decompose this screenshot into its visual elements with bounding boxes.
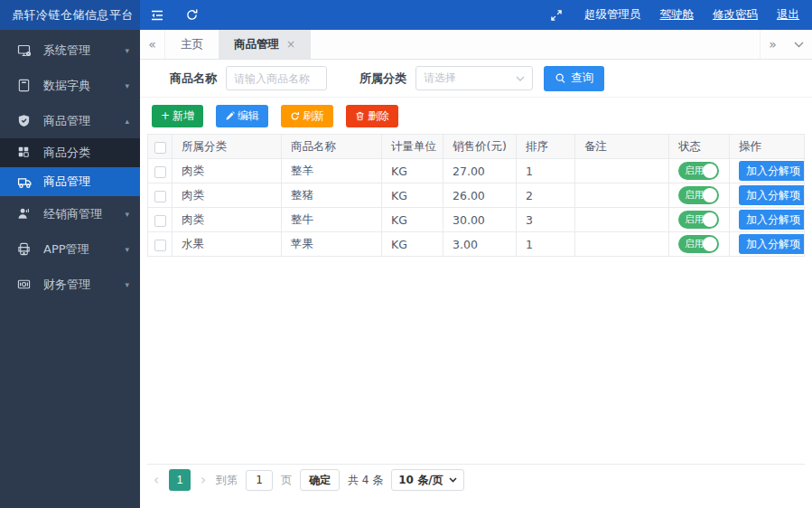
total-count-label: 共 4 条: [348, 473, 383, 488]
cell-price: 3.00: [443, 232, 517, 257]
user-chart-icon: [17, 207, 32, 221]
table-row: 肉类 整羊 KG 27.00 1 启用 加入分解项: [148, 159, 805, 183]
sidebar-subitem-product-category[interactable]: 商品分类: [0, 138, 140, 167]
status-toggle[interactable]: 启用: [678, 235, 719, 253]
row-checkbox[interactable]: [154, 215, 166, 227]
page-1-button[interactable]: 1: [169, 469, 191, 491]
page-size-select[interactable]: 10 条/页: [391, 469, 463, 491]
tab-label: 主页: [181, 37, 203, 52]
cell-remark: [575, 232, 669, 257]
product-manage-submenu: 商品分类 商品管理: [0, 138, 140, 196]
row-checkbox[interactable]: [154, 240, 166, 251]
finance-icon: [17, 278, 32, 292]
next-page-icon[interactable]: ›: [199, 472, 208, 488]
tab-label: 商品管理: [234, 37, 279, 52]
sidebar-item-app-manage[interactable]: APP管理 ▾: [0, 231, 140, 267]
table-header-row: 所属分类 商品名称 计量单位 销售价(元) 排序 备注 状态 操作: [148, 135, 805, 159]
sidebar-item-system-manage[interactable]: 系统管理 ▾: [0, 33, 140, 68]
delete-button[interactable]: 删除: [346, 105, 398, 127]
col-unit: 计量单位: [382, 135, 443, 159]
tabs-scroll-right-icon[interactable]: »: [760, 30, 785, 59]
search-form: 商品名称 所属分类 请选择 查询: [140, 60, 812, 98]
prev-page-icon[interactable]: ‹: [152, 472, 161, 488]
query-button[interactable]: 查询: [544, 66, 604, 91]
tab-product-manage[interactable]: 商品管理 ×: [219, 30, 311, 59]
product-name-label: 商品名称: [170, 71, 217, 87]
goto-page-input[interactable]: [246, 470, 273, 491]
category-select[interactable]: 请选择: [415, 66, 533, 90]
cell-category: 肉类: [173, 208, 282, 232]
chevron-down-icon: ▾: [125, 81, 129, 90]
add-to-breakdown-button[interactable]: 加入分解项: [739, 185, 805, 205]
cell-unit: KG: [382, 232, 443, 257]
product-name-input[interactable]: [226, 66, 327, 90]
sidebar-item-distributor-manage[interactable]: 经销商管理 ▾: [0, 196, 140, 231]
goto-label: 到第: [216, 473, 238, 488]
cell-remark: [575, 159, 669, 183]
close-icon[interactable]: ×: [286, 38, 295, 51]
pencil-icon: [225, 111, 235, 121]
sidebar-subitem-label: 商品管理: [43, 174, 90, 190]
link-cockpit[interactable]: 驾驶舱: [660, 7, 695, 23]
sidebar-item-product-manage[interactable]: 商品管理 ▴: [0, 103, 140, 138]
cell-order: 1: [517, 232, 575, 257]
sidebar-item-label: 经销商管理: [43, 206, 125, 222]
cell-unit: KG: [382, 159, 443, 183]
link-change-password[interactable]: 修改密码: [713, 7, 758, 23]
cell-remark: [575, 208, 669, 232]
delete-button-label: 删除: [368, 108, 389, 124]
status-toggle[interactable]: 启用: [678, 162, 719, 180]
table-row: 肉类 整牛 KG 30.00 3 启用 加入分解项: [148, 208, 805, 232]
toggle-knob: [703, 188, 717, 202]
sidebar-item-label: 财务管理: [43, 277, 125, 293]
tabs-menu-chevron-icon[interactable]: [785, 30, 812, 59]
tabbar-spacer: [311, 30, 760, 59]
sidebar-item-finance-manage[interactable]: 财务管理 ▾: [0, 267, 140, 302]
chevron-up-icon: ▴: [125, 117, 129, 126]
data-grid: 所属分类 商品名称 计量单位 销售价(元) 排序 备注 状态 操作 肉类 整羊: [147, 134, 805, 465]
cell-remark: [575, 183, 669, 208]
row-checkbox[interactable]: [154, 191, 166, 202]
sidebar-item-data-dictionary[interactable]: 数据字典 ▾: [0, 68, 140, 103]
add-to-breakdown-button[interactable]: 加入分解项: [739, 210, 805, 230]
chevron-down-icon: [516, 76, 525, 81]
app-window: 鼎轩冷链仓储信息平台 超级管理员 驾驶舱 修改密码 退出 系统管理 ▾: [0, 0, 812, 508]
row-checkbox[interactable]: [154, 166, 166, 178]
grid-icon: [17, 146, 33, 161]
cell-unit: KG: [382, 208, 443, 232]
query-button-label: 查询: [571, 71, 593, 86]
trash-icon: [355, 111, 365, 121]
sidebar-subitem-product-manage[interactable]: 商品管理: [0, 167, 140, 196]
refresh-button[interactable]: 刷新: [281, 105, 333, 127]
cell-order: 1: [517, 159, 575, 183]
toggle-knob: [703, 164, 717, 178]
refresh-icon[interactable]: [174, 0, 209, 30]
tab-home[interactable]: 主页: [165, 30, 219, 59]
add-to-breakdown-button[interactable]: 加入分解项: [739, 161, 805, 181]
collapse-sidebar-icon[interactable]: [140, 0, 174, 30]
toggle-knob: [703, 212, 717, 227]
toggle-knob: [703, 237, 717, 251]
goto-confirm-button[interactable]: 确定: [300, 469, 340, 491]
refresh-icon: [290, 111, 300, 121]
link-logout[interactable]: 退出: [777, 7, 799, 23]
current-user: 超级管理员: [584, 7, 641, 23]
add-button[interactable]: + 新增: [152, 105, 203, 127]
cell-category: 水果: [173, 232, 282, 257]
table-row: 水果 苹果 KG 3.00 1 启用 加入分解项: [148, 232, 805, 257]
add-button-label: 新增: [173, 108, 194, 124]
sidebar-item-label: 商品管理: [43, 113, 125, 129]
tabs-scroll-left-icon[interactable]: «: [140, 30, 165, 59]
status-toggle[interactable]: 启用: [678, 186, 719, 204]
chevron-down-icon: [449, 477, 457, 483]
cell-price: 30.00: [443, 208, 517, 232]
status-toggle[interactable]: 启用: [678, 211, 719, 229]
truck-gear-icon: [17, 174, 33, 190]
fullscreen-icon[interactable]: [547, 9, 565, 22]
edit-button[interactable]: 编辑: [216, 105, 268, 127]
col-action: 操作: [730, 135, 805, 159]
cell-category: 肉类: [173, 159, 282, 183]
add-to-breakdown-button[interactable]: 加入分解项: [739, 234, 805, 254]
select-all-checkbox[interactable]: [154, 142, 166, 154]
cell-price: 26.00: [443, 183, 517, 208]
